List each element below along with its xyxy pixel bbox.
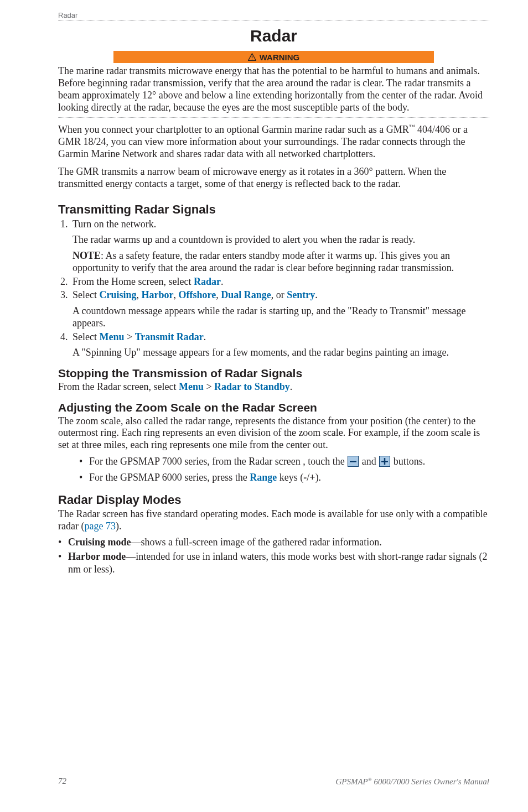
text: , bbox=[174, 289, 179, 300]
note-text: : As a safety feature, the radar enters … bbox=[73, 250, 454, 274]
steps-list: Turn on the network. The radar warms up … bbox=[58, 218, 489, 359]
text: For the GPSMAP 7000 series, from the Rad… bbox=[89, 456, 347, 467]
warning-label: WARNING bbox=[260, 53, 300, 62]
svg-rect-2 bbox=[252, 59, 252, 59]
ui-radar-to-standby: Radar to Standby bbox=[214, 381, 290, 392]
key-plus: + bbox=[309, 472, 315, 483]
text: buttons. bbox=[391, 456, 425, 467]
intro-paragraph-2: The GMR transmits a narrow beam of micro… bbox=[58, 166, 489, 190]
ui-harbor: Harbor bbox=[142, 289, 174, 300]
step-1-detail-1: The radar warms up and a countdown is pr… bbox=[73, 233, 489, 246]
mode-text: —shows a full-screen image of the gather… bbox=[131, 537, 382, 548]
text: . bbox=[221, 276, 224, 287]
text: The Radar screen has five standard opera… bbox=[58, 508, 488, 532]
text: From the Home screen, select bbox=[73, 276, 194, 287]
text: . bbox=[315, 289, 318, 300]
ui-offshore: Offshore bbox=[179, 289, 216, 300]
mode-cruising: Cruising mode—shows a full-screen image … bbox=[58, 536, 489, 549]
trademark-symbol: ™ bbox=[409, 123, 415, 130]
svg-rect-9 bbox=[384, 458, 386, 465]
mode-harbor: Harbor mode—intended for use in inland w… bbox=[58, 550, 489, 575]
step-4: Select Menu > Transmit Radar. A "Spinnin… bbox=[70, 331, 489, 359]
text: keys ( bbox=[277, 472, 303, 483]
step-1: Turn on the network. The radar warms up … bbox=[70, 218, 489, 274]
mode-text: —intended for use in inland waters, this… bbox=[68, 551, 488, 575]
text: ). bbox=[116, 520, 122, 532]
section-zoom: Adjusting the Zoom Scale on the Radar Sc… bbox=[58, 401, 489, 414]
zoom-intro: The zoom scale, also called the radar ra… bbox=[58, 415, 489, 452]
text: , bbox=[216, 289, 221, 300]
mode-label: Cruising mode bbox=[68, 537, 131, 548]
step-2: From the Home screen, select Radar. bbox=[70, 275, 489, 288]
registered-symbol: ® bbox=[368, 777, 372, 782]
header-rule bbox=[58, 20, 489, 21]
svg-rect-5 bbox=[350, 461, 356, 462]
modes-bullets: Cruising mode—shows a full-screen image … bbox=[58, 536, 489, 576]
ui-menu: Menu bbox=[179, 381, 204, 392]
ui-transmit-radar: Transmit Radar bbox=[135, 331, 204, 342]
page-number: 72 bbox=[58, 777, 66, 787]
ui-sentry: Sentry bbox=[287, 289, 315, 300]
text: When you connect your chartplotter to an… bbox=[58, 124, 409, 135]
ui-range: Range bbox=[250, 472, 277, 483]
ui-dual-range: Dual Range bbox=[221, 289, 271, 300]
section-modes: Radar Display Modes bbox=[58, 493, 489, 507]
text: and bbox=[359, 456, 379, 467]
step-1-note: NOTE: As a safety feature, the radar ent… bbox=[73, 249, 489, 274]
warning-text: The marine radar transmits microwave ene… bbox=[58, 65, 489, 118]
zoom-bullet-1: For the GPSMAP 7000 series, from the Rad… bbox=[79, 455, 489, 468]
section-transmitting: Transmitting Radar Signals bbox=[58, 202, 489, 217]
plus-button-icon bbox=[379, 456, 390, 467]
step-3-detail: A countdown message appears while the ra… bbox=[73, 305, 489, 330]
text: ). bbox=[315, 472, 322, 483]
zoom-bullet-2: For the GPSMAP 6000 series, press the Ra… bbox=[79, 471, 489, 484]
text: > bbox=[124, 331, 134, 342]
step-text: Turn on the network. bbox=[73, 218, 156, 230]
page-link[interactable]: page 73 bbox=[84, 520, 115, 532]
section-stopping: Stopping the Transmission of Radar Signa… bbox=[58, 367, 489, 380]
footer-text: GPSMAP® 6000/7000 Series Owner's Manual bbox=[335, 777, 489, 787]
modes-intro: The Radar screen has five standard opera… bbox=[58, 508, 489, 533]
stopping-instruction: From the Radar screen, select Menu > Rad… bbox=[58, 381, 489, 393]
warning-banner: WARNING bbox=[113, 51, 434, 63]
text: GPSMAP bbox=[335, 777, 367, 786]
text: > bbox=[204, 381, 214, 392]
intro-paragraph-1: When you connect your chartplotter to an… bbox=[58, 123, 489, 160]
page-title: Radar bbox=[58, 27, 489, 45]
warning-triangle-icon bbox=[248, 53, 256, 61]
step-3: Select Cruising, Harbor, Offshore, Dual … bbox=[70, 289, 489, 330]
text: Select bbox=[73, 289, 99, 300]
ui-radar: Radar bbox=[194, 276, 221, 287]
text: , or bbox=[271, 289, 287, 300]
svg-rect-1 bbox=[252, 56, 252, 58]
note-label: NOTE bbox=[73, 250, 101, 261]
text: For the GPSMAP 6000 series, press the bbox=[89, 472, 250, 483]
mode-label: Harbor mode bbox=[68, 551, 126, 562]
text: 6000/7000 Series Owner's Manual bbox=[372, 777, 489, 786]
footer: 72 GPSMAP® 6000/7000 Series Owner's Manu… bbox=[58, 777, 489, 787]
step-4-detail: A "Spinning Up" message appears for a fe… bbox=[73, 346, 489, 359]
minus-button-icon bbox=[348, 456, 359, 467]
text: From the Radar screen, select bbox=[58, 381, 179, 392]
zoom-bullets: For the GPSMAP 7000 series, from the Rad… bbox=[58, 455, 489, 484]
ui-menu: Menu bbox=[99, 331, 124, 342]
text: . bbox=[290, 381, 293, 392]
text: Select bbox=[73, 331, 99, 342]
ui-cruising: Cruising bbox=[99, 289, 136, 300]
text: . bbox=[204, 331, 206, 342]
running-header: Radar bbox=[58, 11, 489, 19]
text: , bbox=[137, 289, 142, 300]
